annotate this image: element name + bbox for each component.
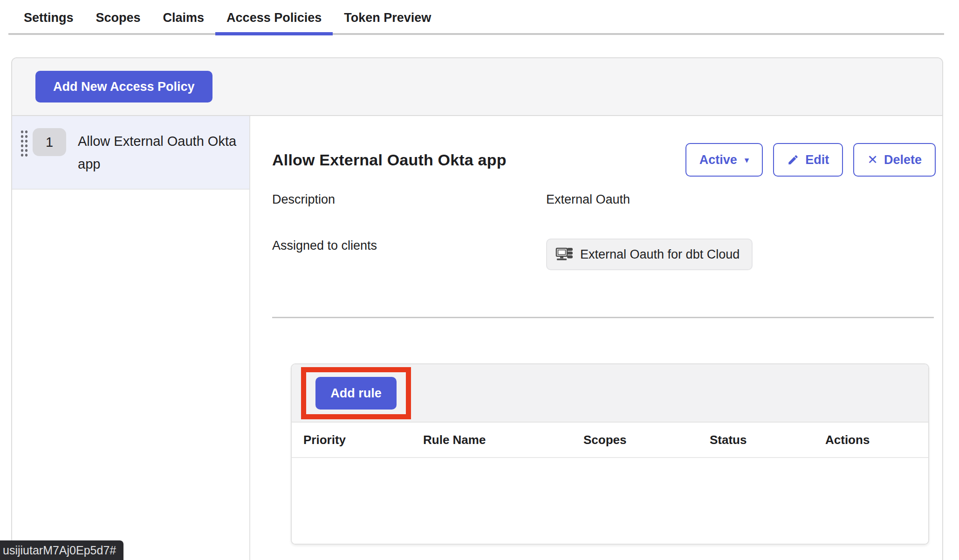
rules-table-body-empty (292, 458, 928, 544)
priority-badge: 1 (33, 128, 66, 156)
policy-list-item[interactable]: 1 Allow External Oauth Okta app (12, 116, 249, 190)
annotation-highlight-box: Add rule (301, 367, 411, 419)
tab-scopes[interactable]: Scopes (85, 0, 152, 35)
edit-button[interactable]: Edit (773, 143, 843, 177)
access-policies-card: Add New Access Policy 1 Allow External O… (11, 57, 943, 560)
rules-toolbar: Add rule (292, 364, 928, 423)
policy-list: 1 Allow External Oauth Okta app (12, 116, 250, 560)
link-preview-statusbar: usijiutarM7Aj0Ep5d7# (0, 540, 123, 560)
rules-card: Add rule Priority Rule Name Scopes Statu… (291, 363, 929, 545)
client-chip[interactable]: External Oauth for dbt Cloud (546, 239, 753, 270)
tab-settings-label: Settings (24, 11, 74, 25)
column-header-priority: Priority (303, 433, 423, 447)
delete-button[interactable]: ✕ Delete (853, 143, 936, 177)
add-rule-button[interactable]: Add rule (315, 377, 397, 410)
close-icon: ✕ (867, 152, 878, 167)
column-header-status: Status (710, 433, 825, 447)
tab-claims-label: Claims (163, 11, 205, 25)
client-chip-label: External Oauth for dbt Cloud (580, 247, 740, 262)
delete-button-label: Delete (884, 153, 922, 167)
tab-claims[interactable]: Claims (152, 0, 216, 35)
tab-bar: Settings Scopes Claims Access Policies T… (0, 0, 959, 35)
column-header-actions: Actions (825, 433, 917, 447)
tab-access-policies[interactable]: Access Policies (215, 0, 333, 35)
policies-toolbar: Add New Access Policy (12, 58, 942, 116)
chevron-down-icon: ▾ (745, 155, 749, 165)
tab-scopes-label: Scopes (96, 11, 141, 25)
assigned-clients-label: Assigned to clients (272, 239, 546, 253)
policy-title: Allow External Oauth Okta app (272, 151, 507, 169)
access-policies-page: Settings Scopes Claims Access Policies T… (0, 0, 959, 560)
policy-detail-panel: Allow External Oauth Okta app Active ▾ (250, 116, 942, 560)
active-status-label: Active (699, 153, 737, 167)
section-divider (272, 317, 934, 318)
computer-icon (555, 247, 573, 262)
column-header-rule-name: Rule Name (423, 433, 583, 447)
description-value: External Oauth (546, 192, 936, 207)
edit-button-label: Edit (805, 153, 829, 167)
tab-access-policies-label: Access Policies (226, 11, 322, 25)
tab-settings[interactable]: Settings (13, 0, 85, 35)
policy-info: Description External Oauth Assigned to c… (272, 192, 936, 270)
policy-actions: Active ▾ Edit ✕ (685, 143, 936, 177)
add-new-access-policy-button[interactable]: Add New Access Policy (35, 71, 212, 102)
policy-name-label: Allow External Oauth Okta app (78, 128, 243, 176)
pencil-icon (787, 154, 799, 166)
column-header-scopes: Scopes (583, 433, 710, 447)
active-status-dropdown[interactable]: Active ▾ (685, 143, 763, 177)
tab-token-preview[interactable]: Token Preview (333, 0, 442, 35)
active-tab-underline (215, 32, 333, 35)
rules-table-header: Priority Rule Name Scopes Status Actions (292, 423, 928, 458)
drag-handle-icon[interactable] (20, 129, 28, 157)
tab-token-preview-label: Token Preview (344, 11, 431, 25)
description-label: Description (272, 192, 546, 207)
